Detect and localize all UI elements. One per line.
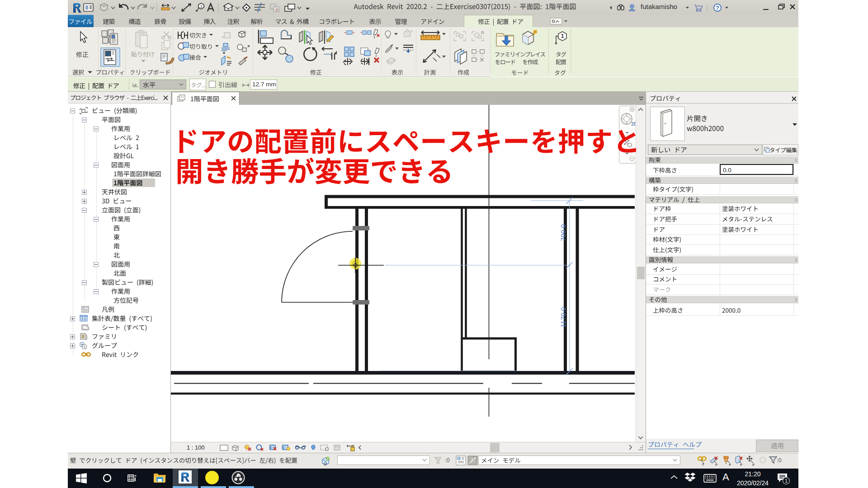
svg-text:1170.0: 1170.0 bbox=[559, 307, 567, 328]
svg-text:700.0: 700.0 bbox=[559, 224, 567, 241]
svg-text:1: 1 bbox=[785, 478, 788, 483]
svg-text:1: 1 bbox=[200, 4, 202, 9]
svg-text:?: ? bbox=[716, 5, 719, 11]
svg-text:1: 1 bbox=[561, 33, 564, 39]
